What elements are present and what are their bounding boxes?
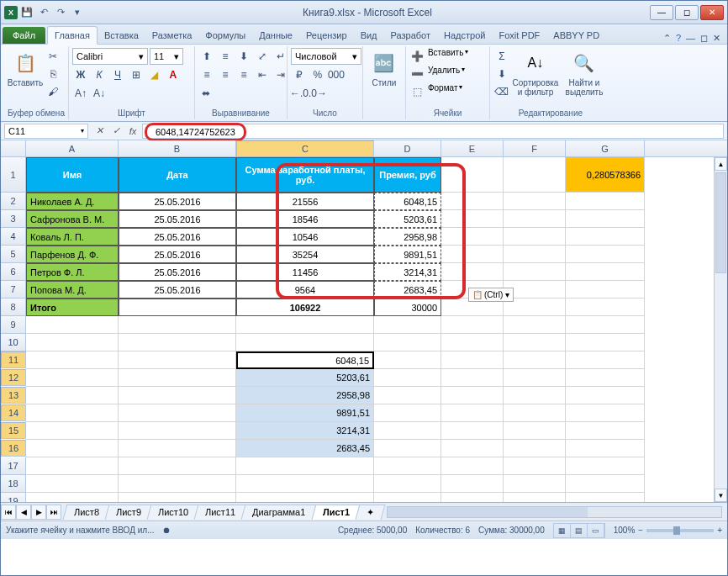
row-header[interactable]: 13 <box>1 387 26 404</box>
cell-salary[interactable]: 21556 <box>236 193 374 210</box>
enter-icon[interactable]: ✓ <box>108 124 124 139</box>
cell[interactable] <box>504 157 566 193</box>
cell-selected[interactable]: 2958,98 <box>236 387 374 404</box>
cell[interactable] <box>374 351 441 369</box>
copy-button[interactable]: ⎘ <box>45 66 61 82</box>
cell[interactable] <box>26 440 119 457</box>
doc-restore-icon[interactable]: ◻ <box>700 33 708 44</box>
italic-button[interactable]: К <box>91 66 108 83</box>
paste-options-button[interactable]: 📋 (Ctrl) ▾ <box>468 288 514 302</box>
row-header[interactable]: 12 <box>1 369 26 386</box>
row-header[interactable]: 7 <box>1 281 26 299</box>
row-header[interactable]: 9 <box>1 316 26 334</box>
doc-close-icon[interactable]: ✕ <box>713 33 720 44</box>
cell-salary[interactable]: 9564 <box>236 281 374 299</box>
row-header[interactable]: 17 <box>1 457 26 475</box>
scroll-thumb[interactable] <box>715 172 726 273</box>
format-cells-button[interactable]: ⬚ <box>409 83 426 100</box>
cell[interactable] <box>441 351 504 369</box>
clear-button[interactable]: ⌫ <box>493 83 510 100</box>
select-all-button[interactable] <box>1 140 26 156</box>
cell[interactable] <box>119 457 236 475</box>
cell[interactable] <box>374 334 441 351</box>
cell[interactable] <box>441 404 504 422</box>
minimize-ribbon-icon[interactable]: ⌃ <box>663 33 671 44</box>
row-header[interactable]: 15 <box>1 422 26 439</box>
currency-button[interactable]: ₽ <box>291 66 308 83</box>
align-bottom-button[interactable]: ⬇ <box>235 48 252 65</box>
cell[interactable] <box>374 440 441 457</box>
cell[interactable] <box>236 316 374 334</box>
cell[interactable] <box>26 334 119 351</box>
cell-bonus[interactable]: 9891,51 <box>374 246 441 263</box>
cancel-icon[interactable]: ✕ <box>92 124 107 139</box>
zoom-level[interactable]: 100% <box>614 526 636 535</box>
sheet-tab[interactable]: Лист8 <box>63 505 111 520</box>
cell[interactable] <box>566 440 645 457</box>
cell[interactable] <box>441 457 504 475</box>
font-size-select[interactable]: 11▾ <box>150 48 183 65</box>
col-header-D[interactable]: D <box>374 140 441 156</box>
row-header[interactable]: 6 <box>1 263 26 281</box>
cell[interactable] <box>374 316 441 334</box>
styles-button[interactable]: 🔤 Стили <box>367 48 402 103</box>
cell-name[interactable]: Петров Ф. Л. <box>26 263 119 281</box>
cell[interactable] <box>504 228 566 246</box>
sheet-tab[interactable]: Диаграмма1 <box>241 505 317 520</box>
cell[interactable] <box>566 210 645 228</box>
zoom-slider[interactable] <box>646 529 714 532</box>
header-salary[interactable]: Сумма заработной платы, руб. <box>236 157 374 193</box>
cell[interactable] <box>441 422 504 440</box>
cell-total-bonus[interactable]: 30000 <box>374 299 441 316</box>
cell-salary[interactable]: 18546 <box>236 210 374 228</box>
decrease-indent-button[interactable]: ⇤ <box>254 66 271 83</box>
cell[interactable] <box>441 246 504 263</box>
cell[interactable] <box>504 210 566 228</box>
save-button[interactable]: 💾 <box>19 5 34 20</box>
cell[interactable] <box>441 316 504 334</box>
cell[interactable] <box>441 228 504 246</box>
cell[interactable] <box>566 316 645 334</box>
col-header-C[interactable]: C <box>236 140 374 157</box>
cell[interactable] <box>441 493 504 502</box>
cell[interactable] <box>119 404 236 422</box>
font-name-select[interactable]: Calibri▾ <box>72 48 148 65</box>
col-header-A[interactable]: A <box>26 140 119 156</box>
cell[interactable] <box>26 316 119 334</box>
zoom-in-button[interactable]: + <box>717 526 722 535</box>
cell[interactable] <box>26 404 119 422</box>
cell-salary[interactable]: 10546 <box>236 228 374 246</box>
cell[interactable] <box>374 457 441 475</box>
name-box[interactable]: C11▾ <box>4 124 88 139</box>
merge-button[interactable]: ⬌ <box>198 85 214 102</box>
sheet-tab[interactable]: Лист1 <box>311 505 361 520</box>
qat-dropdown[interactable]: ▾ <box>70 5 85 20</box>
cell[interactable] <box>441 193 504 210</box>
paste-button[interactable]: 📋 Вставить <box>8 48 43 103</box>
cell[interactable] <box>566 369 645 387</box>
help-icon[interactable]: ? <box>676 33 681 44</box>
cell[interactable] <box>504 263 566 281</box>
tab-addins[interactable]: Надстрой <box>437 27 492 44</box>
cell[interactable] <box>504 493 566 502</box>
cell[interactable] <box>374 369 441 387</box>
cell[interactable] <box>441 440 504 457</box>
formula-input[interactable]: 6048,14724752623 <box>142 124 724 139</box>
file-tab[interactable]: Файл <box>3 27 45 44</box>
tab-home[interactable]: Главная <box>47 26 98 45</box>
fill-button[interactable]: ⬇ <box>493 66 510 82</box>
cell[interactable] <box>119 493 236 502</box>
cell-salary[interactable]: 11456 <box>236 263 374 281</box>
increase-font-button[interactable]: A↑ <box>72 85 89 102</box>
view-normal-button[interactable]: ▦ <box>554 524 571 537</box>
cell[interactable] <box>26 493 119 502</box>
cell[interactable] <box>26 351 119 369</box>
header-date[interactable]: Дата <box>119 157 236 193</box>
cell[interactable] <box>441 210 504 228</box>
format-painter-button[interactable]: 🖌 <box>45 83 61 100</box>
cut-button[interactable]: ✂ <box>45 48 61 65</box>
redo-button[interactable]: ↷ <box>53 5 68 20</box>
cell[interactable] <box>236 457 374 475</box>
cell[interactable] <box>566 193 645 210</box>
cell-selected[interactable]: 9891,51 <box>236 404 374 422</box>
